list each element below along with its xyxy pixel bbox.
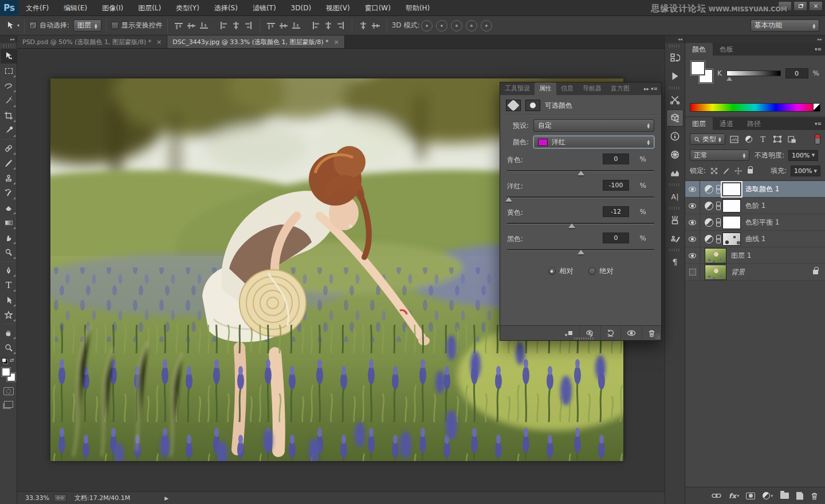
actions-panel-icon[interactable] <box>666 68 683 85</box>
toolbar-collapse[interactable]: ▸▸ <box>0 36 17 43</box>
status-expand-icon[interactable]: ▶ <box>164 495 168 501</box>
show-transform-checkbox[interactable] <box>111 22 119 29</box>
tab-color[interactable]: 颜色 <box>685 43 713 56</box>
filter-smart-object-icon[interactable] <box>787 135 797 144</box>
3d-slide-icon[interactable] <box>466 20 477 32</box>
link-layers-icon[interactable] <box>712 492 721 499</box>
magenta-slider-thumb[interactable] <box>505 194 512 202</box>
close-tab-icon[interactable]: × <box>156 38 162 46</box>
crop-tool[interactable] <box>1 108 17 123</box>
layer-name[interactable]: 曲线 1 <box>745 234 765 244</box>
layer-row-background[interactable]: 背景 <box>685 264 825 281</box>
workspace-dropdown[interactable]: 基本功能 ▲▼ <box>751 19 819 32</box>
lock-position-icon[interactable] <box>734 167 742 175</box>
lock-transparency-icon[interactable] <box>710 167 718 175</box>
collapse-dock-icon[interactable]: ▸▸ <box>685 36 825 43</box>
eyedropper-tool[interactable] <box>1 123 17 138</box>
menu-window[interactable]: 窗口(W) <box>358 0 398 16</box>
layer-name[interactable]: 色彩平衡 1 <box>745 218 779 227</box>
layer-mask-thumbnail[interactable] <box>722 216 741 229</box>
visibility-toggle[interactable] <box>685 247 700 263</box>
k-slider-thumb[interactable] <box>726 74 732 81</box>
panel-menu-icon[interactable]: ▾≡ <box>815 121 825 127</box>
add-layer-mask-icon[interactable] <box>746 493 755 499</box>
panel-corner-grip[interactable] <box>654 333 660 339</box>
spectrum-bw-swatch[interactable] <box>813 103 820 112</box>
tab-paths[interactable]: 路径 <box>740 117 768 130</box>
layer-row-color-balance[interactable]: 色彩平衡 1 <box>685 214 825 231</box>
yellow-slider-track[interactable] <box>507 223 654 225</box>
layer-name[interactable]: 选取颜色 1 <box>745 184 779 194</box>
restore-button[interactable] <box>793 1 807 11</box>
k-slider-track[interactable] <box>726 70 781 76</box>
quick-mask-button[interactable] <box>3 387 14 395</box>
tool-presets-panel-icon[interactable] <box>666 91 683 108</box>
tab-swatches[interactable]: 色板 <box>713 43 740 56</box>
opacity-field[interactable]: 100% ▼ <box>788 150 818 161</box>
info-panel-icon[interactable] <box>666 128 683 145</box>
align-bottom-edges-icon[interactable] <box>200 22 208 29</box>
layer-effects-icon[interactable]: fx▾ <box>729 492 738 500</box>
align-vertical-centers-icon[interactable] <box>187 22 195 29</box>
align-horizontal-centers-icon[interactable] <box>232 22 240 29</box>
panel-collapse-icon[interactable]: ▸▸ ▾≡ <box>644 86 661 92</box>
absolute-radio[interactable]: 绝对 <box>588 266 614 276</box>
zoom-tool[interactable] <box>1 340 17 355</box>
black-value-field[interactable]: 0 <box>603 233 629 243</box>
filter-shape-layers-icon[interactable] <box>772 135 783 144</box>
tab-navigator[interactable]: 导航器 <box>578 82 606 95</box>
menu-image[interactable]: 图像(I) <box>95 0 131 16</box>
tab-tool-presets[interactable]: 工具预设 <box>500 82 535 95</box>
layer-row-layer1[interactable]: 图层 1 <box>685 247 825 264</box>
menu-edit[interactable]: 编辑(E) <box>56 0 95 16</box>
lasso-tool[interactable] <box>1 78 17 93</box>
smudge-tool[interactable] <box>1 230 17 245</box>
clone-stamp-tool[interactable] <box>1 171 17 186</box>
auto-select-checkbox[interactable]: ✓ <box>29 22 37 29</box>
layer-mask-thumbnail[interactable] <box>722 183 741 196</box>
distribute-top-icon[interactable] <box>267 22 275 29</box>
menu-help[interactable]: 帮助(H) <box>398 0 437 16</box>
screen-mode-button[interactable] <box>4 401 13 408</box>
brush-presets-panel-icon[interactable] <box>666 211 683 229</box>
3d-roll-icon[interactable] <box>436 20 447 32</box>
tab-histogram[interactable]: 直方图 <box>606 82 634 95</box>
3d-rotate-icon[interactable] <box>421 20 433 32</box>
gradient-tool[interactable] <box>1 215 17 230</box>
align-right-edges-icon[interactable] <box>245 22 253 29</box>
close-tab-icon[interactable]: × <box>334 38 339 46</box>
magenta-slider-track[interactable] <box>507 196 654 198</box>
visibility-toggle[interactable] <box>685 181 700 197</box>
auto-align-layers-icon[interactable] <box>359 22 367 29</box>
healing-brush-tool[interactable] <box>1 141 17 156</box>
3d-scale-icon[interactable] <box>481 20 492 32</box>
layer-row-selective-color[interactable]: 选取颜色 1 <box>685 181 825 198</box>
cyan-value-field[interactable]: 0 <box>603 153 629 164</box>
layer-filter-dropdown[interactable]: 类型 ▲▼ <box>690 133 725 145</box>
relative-radio[interactable]: 相对 <box>548 266 573 276</box>
layer-thumbnail[interactable] <box>705 248 726 263</box>
layer-thumbnail[interactable] <box>705 265 726 280</box>
close-button[interactable]: × <box>809 1 823 11</box>
visibility-toggle[interactable] <box>685 198 700 214</box>
type-tool[interactable]: T <box>1 278 17 293</box>
tab-layers[interactable]: 图层 <box>685 117 713 130</box>
panel-resize-grip[interactable] <box>574 337 595 340</box>
layer-name[interactable]: 图层 1 <box>731 251 751 261</box>
lock-pixels-icon[interactable] <box>722 167 730 175</box>
menu-layer[interactable]: 图层(L) <box>131 0 168 16</box>
swap-colors-icon[interactable]: ⇄ <box>10 357 14 363</box>
foreground-color-swatch[interactable] <box>691 61 705 75</box>
tab-info[interactable]: 信息 <box>556 82 578 95</box>
new-group-icon[interactable] <box>780 493 789 499</box>
new-adjustment-layer-icon[interactable]: ▾ <box>763 492 773 499</box>
black-slider-track[interactable] <box>507 249 654 251</box>
magenta-value-field[interactable]: -100 <box>603 180 629 191</box>
histogram-panel-icon[interactable] <box>666 164 683 182</box>
clone-source-panel-icon[interactable] <box>666 230 683 247</box>
menu-view[interactable]: 视图(V) <box>319 0 358 16</box>
foreground-color-swatch[interactable] <box>2 368 10 376</box>
reset-icon[interactable] <box>600 326 620 341</box>
custom-shape-tool[interactable] <box>1 308 17 322</box>
layer-name[interactable]: 背景 <box>731 267 745 277</box>
